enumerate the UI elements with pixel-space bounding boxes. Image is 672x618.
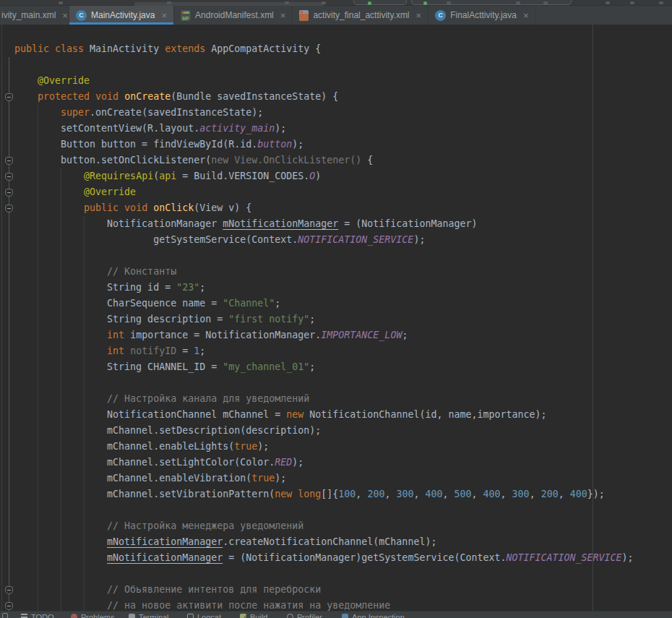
fold-marker-icon[interactable]	[5, 205, 13, 213]
code-token: );	[413, 234, 425, 245]
fold-marker-icon[interactable]	[5, 157, 13, 165]
tab-close-icon[interactable]: ×	[416, 11, 422, 20]
code-line[interactable]: // Настройка менеджера уведомлений	[14, 518, 303, 534]
code-line[interactable]: getSystemService(Context.NOTIFICATION_SE…	[14, 232, 425, 248]
toolbar-button-icon[interactable]	[322, 1, 326, 4]
toolbar-button-icon[interactable]	[630, 1, 634, 4]
toolbar-button-icon[interactable]	[606, 1, 610, 4]
fold-marker-icon[interactable]	[5, 93, 13, 101]
code-line[interactable]: int notifyID = 1;	[14, 343, 205, 359]
main-toolbar	[0, 0, 672, 6]
code-line[interactable]: // Константы	[14, 264, 176, 280]
code-line[interactable]: // на новое активити после нажатия на ув…	[14, 598, 390, 611]
run-icon[interactable]	[368, 1, 371, 5]
code-token: String CHANNEL_ID =	[14, 361, 223, 372]
code-line[interactable]: String CHANNEL_ID = "my_channel_01";	[14, 359, 315, 375]
code-token: ,	[472, 489, 483, 499]
statusbar-item-todo[interactable]: TODO	[21, 613, 54, 618]
code-line[interactable]: mChannel.setLightColor(Color.RED);	[14, 455, 303, 471]
code-token: ;	[275, 298, 280, 309]
app-inspection-icon	[342, 614, 348, 618]
code-line[interactable]: String id = "23";	[14, 280, 205, 296]
toolbar-button-icon[interactable]	[285, 1, 289, 4]
code-line[interactable]: CharSequence name = "Channel";	[14, 296, 280, 312]
code-line[interactable]: mChannel.setDescription(description);	[14, 423, 321, 439]
code-line[interactable]: super.onCreate(savedInstanceState);	[14, 105, 263, 121]
code-token: new	[286, 409, 303, 420]
toolbar-button-icon[interactable]	[543, 1, 548, 4]
toolbar-button-icon[interactable]	[59, 1, 63, 4]
code-line[interactable]: mChannel.enableVibration(true);	[14, 471, 286, 486]
code-token: 100	[338, 489, 356, 499]
manifest-icon-label: MF	[181, 16, 191, 21]
code-token: extends	[165, 43, 211, 54]
code-line[interactable]: public void onClick(View v) {	[14, 200, 251, 216]
code-line[interactable]: @Override	[14, 184, 136, 200]
code-line[interactable]: String description = "first notify";	[14, 312, 315, 327]
code-token: NOTIFICATION_SERVICE	[506, 552, 621, 563]
code-line[interactable]: @Override	[14, 73, 90, 89]
toolbar-button-icon[interactable]	[516, 1, 520, 4]
code-token: // Обьявление интентов для переброски	[14, 584, 321, 595]
statusbar-item-problems[interactable]: Problems	[71, 613, 114, 618]
code-line[interactable]: // Обьявление интентов для переброски	[14, 582, 321, 598]
code-line[interactable]: NotificationChannel mChannel = new Notif…	[14, 407, 547, 423]
profiler-icon	[287, 614, 293, 618]
code-token	[14, 552, 107, 563]
tool-window-stripe-icon[interactable]	[2, 613, 8, 618]
tab-mainactivity-java[interactable]: CMainActivity.java×	[69, 6, 174, 25]
code-line[interactable]: @RequiresApi(api = Build.VERSION_CODES.O…	[14, 168, 321, 184]
statusbar-item-profiler[interactable]: Profiler	[287, 613, 322, 618]
code-line[interactable]: public class MainActivity extends AppCom…	[14, 41, 321, 57]
tab-close-icon[interactable]: ×	[161, 11, 167, 20]
manifest-icon-dot	[182, 12, 184, 14]
code-line[interactable]: mChannel.setVibrationPattern(new long[]{…	[14, 486, 605, 502]
code-line[interactable]: NotificationManager mNotificationManager…	[14, 216, 477, 232]
statusbar-item-logcat[interactable]: Logcat	[187, 613, 221, 618]
code-token: NotificationChannel mChannel =	[14, 409, 286, 420]
tab-close-icon[interactable]: ×	[62, 11, 68, 20]
code-token: onClick	[153, 202, 194, 213]
tab-activity-final-acttivity-xml[interactable]: activity_final_acttivity.xml×	[293, 6, 428, 25]
code-token	[14, 107, 61, 118]
code-line[interactable]: mNotificationManager = (NotificationMana…	[14, 550, 634, 566]
tab-finalacttivity-java[interactable]: CFinalActtivity.java×	[428, 6, 535, 25]
code-token: =	[176, 346, 194, 356]
code-token: )	[315, 171, 321, 181]
fold-marker-icon[interactable]	[5, 586, 13, 594]
statusbar-item-label: Profiler	[297, 613, 322, 618]
statusbar-item-app-inspection[interactable]: App Inspection	[342, 613, 405, 618]
code-line[interactable]: protected void onCreate(Bundle savedInst…	[14, 89, 338, 105]
code-line[interactable]: Button button = findViewById(R.id.button…	[14, 137, 303, 153]
toolbar-button-icon[interactable]	[167, 1, 171, 4]
code-token: NOTIFICATION_SERVICE	[298, 234, 413, 245]
tab-close-icon[interactable]: ×	[523, 11, 529, 20]
fold-marker-icon[interactable]	[5, 602, 13, 610]
fold-marker-icon[interactable]	[5, 189, 13, 197]
code-line[interactable]: mChannel.enableLights(true);	[14, 439, 269, 455]
statusbar-item-build[interactable]: Build	[240, 613, 267, 618]
code-token	[14, 186, 84, 197]
android-studio-window: ivity_main.xml×CMainActivity.java×MFAndr…	[0, 0, 672, 618]
code-line[interactable]: int importance = NotificationManager.IMP…	[14, 327, 408, 343]
device-status-icon	[423, 1, 427, 5]
tab-androidmanifest-xml[interactable]: MFAndroidManifest.xml×	[174, 6, 293, 25]
toolbar-button-icon[interactable]	[659, 1, 663, 4]
code-line[interactable]: setContentView(R.layout.activity_main);	[14, 121, 286, 137]
run-widget[interactable]	[353, 0, 407, 5]
code-line[interactable]: button.setOnClickListener(new View.OnCli…	[14, 153, 373, 168]
fold-marker-icon[interactable]	[5, 173, 13, 181]
code-token: ,	[559, 489, 570, 499]
statusbar-item-terminal[interactable]: Terminal	[129, 613, 169, 618]
terminal-icon	[129, 614, 135, 618]
code-line[interactable]: mNotificationManager.createNotificationC…	[14, 534, 436, 550]
toolbar-button-icon[interactable]	[447, 1, 451, 4]
code-line[interactable]: // Настройка канала для уведомлений	[14, 391, 309, 407]
tab-ivity-main-xml[interactable]: ivity_main.xml×	[0, 6, 69, 25]
tab-close-icon[interactable]: ×	[280, 11, 286, 20]
code-token: = (NotificationManager)getSystemService(…	[223, 552, 506, 563]
code-editor[interactable]: public class MainActivity extends AppCom…	[0, 25, 672, 611]
code-token: (Bundle savedInstanceState) {	[171, 91, 338, 102]
code-token: ,	[384, 489, 396, 499]
code-token	[14, 171, 84, 181]
